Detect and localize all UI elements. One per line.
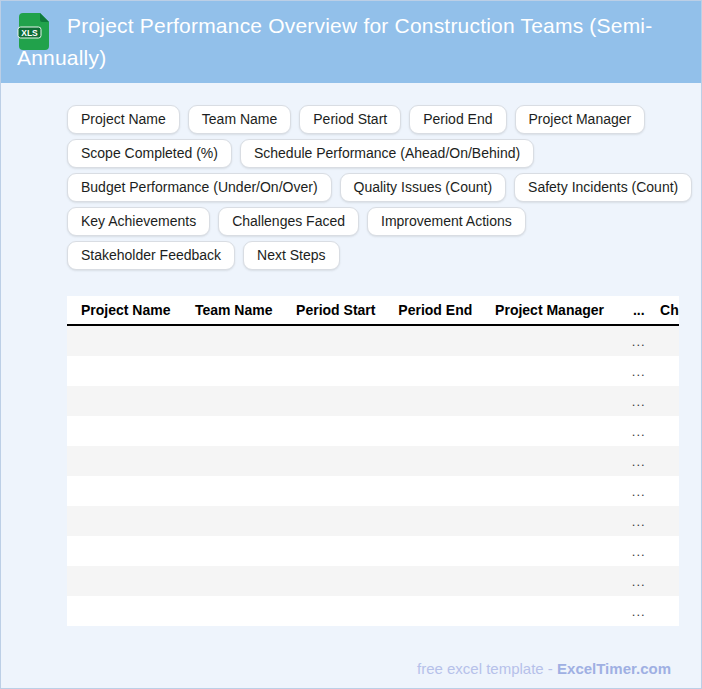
column-chip[interactable]: Team Name (188, 105, 291, 134)
table-cell (391, 566, 488, 596)
table-cell (488, 416, 624, 446)
table-cell (289, 506, 391, 536)
table-body: .............................. (67, 325, 679, 626)
table-cell: ... (624, 476, 653, 506)
table-cell (391, 596, 488, 626)
table-row: ... (67, 386, 679, 416)
table-cell: ... (624, 596, 653, 626)
column-chip[interactable]: Project Manager (515, 105, 646, 134)
table-cell (67, 506, 188, 536)
footer: free excel template - ExcelTimer.com (1, 660, 671, 677)
table-cell (188, 416, 289, 446)
table-cell (188, 566, 289, 596)
table-cell (653, 476, 679, 506)
table-cell (188, 506, 289, 536)
table-cell (188, 325, 289, 356)
column-chip[interactable]: Period Start (299, 105, 401, 134)
table-cell (391, 446, 488, 476)
table-cell (488, 506, 624, 536)
table-cell (67, 566, 188, 596)
table-header-cell: Challenges (653, 296, 679, 325)
footer-label: free excel template - (417, 660, 557, 677)
footer-brand-link[interactable]: ExcelTimer.com (557, 660, 671, 677)
column-chip[interactable]: Improvement Actions (367, 207, 526, 236)
table-cell (67, 325, 188, 356)
table-cell (653, 596, 679, 626)
table-header-row: Project NameTeam NamePeriod StartPeriod … (67, 296, 679, 325)
table-cell (188, 536, 289, 566)
table-cell: ... (624, 566, 653, 596)
table-cell (289, 325, 391, 356)
table-cell (289, 416, 391, 446)
table-cell (488, 476, 624, 506)
table-cell (653, 506, 679, 536)
table-header-cell: ... (624, 296, 653, 325)
column-chip[interactable]: Next Steps (243, 241, 339, 270)
table-cell (289, 536, 391, 566)
column-chip[interactable]: Project Name (67, 105, 180, 134)
column-chip[interactable]: Key Achievements (67, 207, 210, 236)
column-chip[interactable]: Safety Incidents (Count) (514, 173, 692, 202)
table-cell: ... (624, 356, 653, 386)
table-cell (289, 596, 391, 626)
table-cell (391, 356, 488, 386)
table-cell: ... (624, 416, 653, 446)
table-cell (488, 356, 624, 386)
table-cell (289, 386, 391, 416)
column-chips-container: Project NameTeam NamePeriod StartPeriod … (67, 105, 699, 270)
table-cell (488, 386, 624, 416)
table-cell (488, 325, 624, 356)
table-cell (188, 476, 289, 506)
column-chip[interactable]: Budget Performance (Under/On/Over) (67, 173, 332, 202)
table-cell: ... (624, 446, 653, 476)
column-chip[interactable]: Stakeholder Feedback (67, 241, 235, 270)
column-chip[interactable]: Scope Completed (%) (67, 139, 232, 168)
table-cell (67, 536, 188, 566)
table-row: ... (67, 596, 679, 626)
table-cell (289, 356, 391, 386)
table-cell (188, 446, 289, 476)
table-cell (653, 416, 679, 446)
table-cell (653, 356, 679, 386)
table-cell (653, 446, 679, 476)
column-chip[interactable]: Period End (409, 105, 506, 134)
table-row: ... (67, 325, 679, 356)
column-chip[interactable]: Schedule Performance (Ahead/On/Behind) (240, 139, 534, 168)
column-chip[interactable]: Challenges Faced (218, 207, 359, 236)
table-cell (653, 536, 679, 566)
table-cell (488, 446, 624, 476)
table-cell (188, 596, 289, 626)
table-cell (653, 386, 679, 416)
table-row: ... (67, 416, 679, 446)
table-cell (391, 536, 488, 566)
table-cell (67, 476, 188, 506)
table-cell (488, 596, 624, 626)
table-cell (188, 356, 289, 386)
table-cell (289, 566, 391, 596)
table-header-cell: Project Manager (488, 296, 624, 325)
table-header-cell: Period Start (289, 296, 391, 325)
table-header-cell: Period End (391, 296, 488, 325)
table-cell (391, 386, 488, 416)
table-header-cell: Project Name (67, 296, 188, 325)
table-cell (67, 416, 188, 446)
data-table-wrap: Project NameTeam NamePeriod StartPeriod … (67, 296, 679, 626)
table-row: ... (67, 356, 679, 386)
table-cell (67, 356, 188, 386)
table-cell: ... (624, 325, 653, 356)
table-cell (188, 386, 289, 416)
table-cell: ... (624, 386, 653, 416)
table-row: ... (67, 566, 679, 596)
table-header-cell: Team Name (188, 296, 289, 325)
title-bar: XLS Project Performance Overview for Con… (1, 1, 701, 83)
table-cell (67, 596, 188, 626)
table-cell (67, 386, 188, 416)
table-row: ... (67, 446, 679, 476)
column-chip[interactable]: Quality Issues (Count) (340, 173, 507, 202)
table-cell (67, 446, 188, 476)
table-cell (391, 416, 488, 446)
page: XLS Project Performance Overview for Con… (0, 0, 702, 689)
table-cell (391, 506, 488, 536)
table-row: ... (67, 536, 679, 566)
table-cell: ... (624, 536, 653, 566)
